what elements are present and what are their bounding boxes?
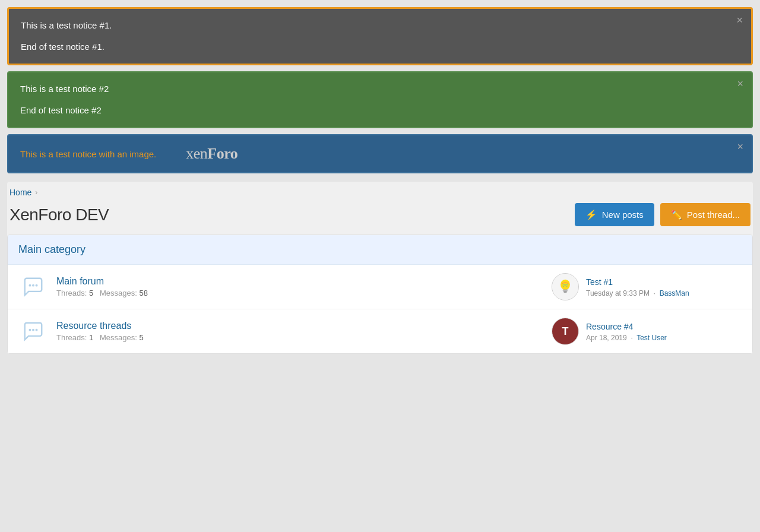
latest-post-author-1[interactable]: BassMan [660,289,689,297]
svg-rect-7 [563,292,566,292]
messages-label-2: Messages: [100,333,137,342]
xenforo-logo: xenForo [186,145,238,163]
latest-post-info-2: Resource #4 Apr 18, 2019 · Test User [586,321,742,342]
forum-icon-2 [18,318,48,344]
threads-label-2: Threads: [56,333,87,342]
forum-meta-1: Threads: 5 Messages: 58 [56,289,552,297]
forum-row: Main forum Threads: 5 Messages: 58 [8,265,752,309]
messages-label-1: Messages: [100,289,137,297]
svg-point-8 [30,330,31,331]
post-thread-label: Post thread... [687,210,740,220]
forum-info-1: Main forum Threads: 5 Messages: 58 [56,276,552,297]
avatar-letter-2: T [562,325,569,338]
latest-post-meta-2: Apr 18, 2019 · Test User [586,334,742,342]
svg-point-1 [33,285,34,286]
notice-2-text: This is a test notice #2 End of test not… [20,82,723,118]
avatar-1 [552,273,579,300]
notice-2-close[interactable]: × [737,78,743,89]
forum-name-2[interactable]: Resource threads [56,321,131,331]
threads-count-2: 1 [89,333,93,342]
svg-point-2 [36,285,37,286]
notice-2: This is a test notice #2 End of test not… [7,71,753,128]
page-title-row: XenForo DEV ⚡ New posts ✏️ Post thread..… [7,201,753,235]
forum-row-2: Resource threads Threads: 1 Messages: 5 … [8,309,752,353]
latest-post-2: T Resource #4 Apr 18, 2019 · Test User [552,318,742,345]
breadcrumb-chevron: › [35,188,37,197]
page-title: XenForo DEV [10,205,109,224]
forum-info-2: Resource threads Threads: 1 Messages: 5 [56,321,552,342]
forum-icon-1 [18,274,48,300]
breadcrumb: Home › [7,182,753,201]
notice-2-line2: End of test notice #2 [20,103,723,118]
latest-post-1: Test #1 Tuesday at 9:33 PM · BassMan [552,273,742,300]
notice-1-line1: This is a test notice #1. [21,18,723,33]
lightning-icon: ⚡ [585,209,597,220]
notice-1-line2: End of test notice #1. [21,40,723,54]
forum-name-1[interactable]: Main forum [56,276,104,286]
svg-point-4 [560,280,570,290]
edit-icon: ✏️ [671,210,682,220]
svg-point-0 [30,285,31,286]
threads-count-1: 5 [89,289,93,297]
new-posts-label: New posts [602,210,644,220]
category-header: Main category [8,235,752,265]
latest-post-info-1: Test #1 Tuesday at 9:33 PM · BassMan [586,277,742,297]
breadcrumb-home[interactable]: Home [10,188,31,197]
notice-1: This is a test notice #1. End of test no… [7,7,753,65]
notice-1-text: This is a test notice #1. End of test no… [21,18,723,54]
latest-post-title-2[interactable]: Resource #4 [586,322,633,331]
title-buttons: ⚡ New posts ✏️ Post thread... [575,203,750,226]
forum-list: Main category Main forum Threads: [7,235,753,354]
svg-point-10 [36,330,37,331]
avatar-2: T [552,318,579,345]
main-content: Home › XenForo DEV ⚡ New posts ✏️ Post t… [7,182,753,354]
svg-point-9 [33,330,34,331]
notice-3-close[interactable]: × [737,141,743,152]
latest-post-meta-1: Tuesday at 9:33 PM · BassMan [586,289,742,297]
post-thread-button[interactable]: ✏️ Post thread... [660,203,750,226]
notice-3: This is a test notice with an image. xen… [7,134,753,173]
forum-meta-2: Threads: 1 Messages: 5 [56,333,552,342]
latest-post-author-2[interactable]: Test User [636,334,667,342]
latest-post-title-1[interactable]: Test #1 [586,277,613,287]
messages-count-1: 58 [140,289,148,297]
messages-count-2: 5 [140,333,144,342]
threads-label-1: Threads: [56,289,87,297]
svg-rect-6 [563,291,567,292]
notice-2-line1: This is a test notice #2 [20,82,723,96]
notice-3-text: This is a test notice with an image. [20,149,156,159]
latest-post-time-2: Apr 18, 2019 [586,334,627,342]
category-title: Main category [18,243,86,255]
svg-rect-5 [563,289,568,290]
new-posts-button[interactable]: ⚡ New posts [575,203,654,226]
notice-1-close[interactable]: × [736,15,743,26]
latest-post-time-1: Tuesday at 9:33 PM [586,289,650,297]
